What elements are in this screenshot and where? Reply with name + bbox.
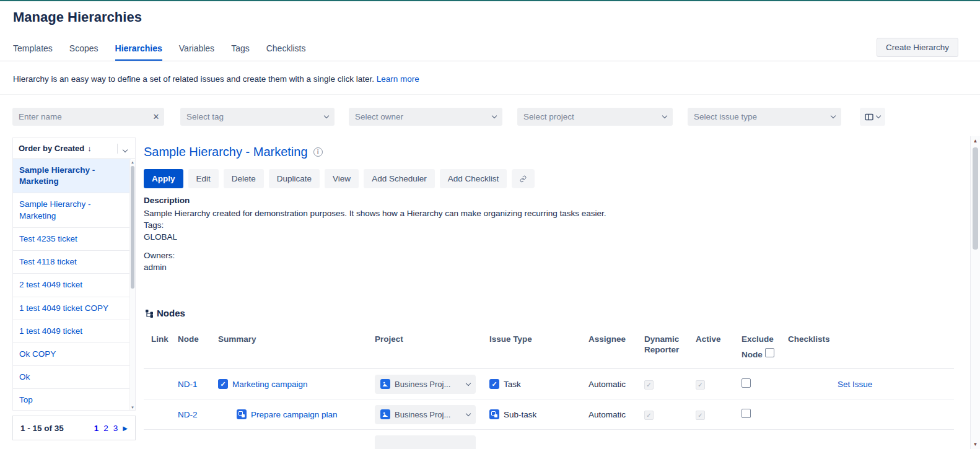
tab-tags[interactable]: Tags	[231, 43, 250, 61]
owner-filter-select[interactable]: Select owner	[349, 108, 502, 126]
subtask-icon	[237, 409, 247, 419]
hierarchy-title: Sample Hierarchy - Marketing	[144, 145, 308, 159]
page-link-3[interactable]: 3	[113, 424, 118, 433]
clear-icon[interactable]: ✕	[148, 112, 164, 121]
description-block: Description Sample Hierarchy created for…	[144, 194, 606, 273]
nodes-table: Link Node Summary Project Issue Type Ass…	[144, 326, 954, 443]
link-icon	[520, 174, 527, 184]
tab-scopes[interactable]: Scopes	[69, 43, 98, 61]
tab-hierarchies[interactable]: Hierarchies	[115, 43, 162, 61]
tab-checklists[interactable]: Checklists	[266, 43, 306, 61]
node-row: ND-1 ✓ Marketing campaign Business Proj.…	[144, 369, 954, 399]
pagination: 1 - 15 of 35 1 2 3 ▶	[12, 416, 136, 440]
col-assignee: Assignee	[588, 334, 644, 344]
chevron-down-icon	[662, 113, 667, 118]
exclude-node-select-all-checkbox[interactable]	[765, 348, 774, 357]
edit-button[interactable]: Edit	[188, 169, 219, 188]
chevron-down-icon	[466, 411, 471, 416]
tab-variables[interactable]: Variables	[179, 43, 214, 61]
exclude-node-checkbox[interactable]	[742, 378, 751, 388]
hierarchy-actions: Apply Edit Delete Duplicate View Add Sch…	[144, 169, 535, 188]
scroll-down-icon[interactable]: ▼	[971, 442, 980, 447]
tag-filter-select[interactable]: Select tag	[180, 108, 335, 126]
col-node: Node	[178, 334, 218, 344]
view-button[interactable]: View	[325, 169, 359, 188]
chevron-down-icon	[492, 113, 497, 118]
scroll-up-icon[interactable]: ▲	[971, 138, 980, 144]
scroll-up-icon[interactable]: ▲	[130, 160, 135, 164]
hierarchy-list-item[interactable]: Top	[13, 389, 131, 411]
hierarchy-list-item[interactable]: 2 test 4049 ticket	[13, 274, 131, 297]
owner-filter-value: Select owner	[355, 112, 492, 121]
project-filter-value: Select project	[523, 112, 663, 121]
view-settings-button[interactable]	[860, 108, 885, 126]
tab-templates[interactable]: Templates	[13, 43, 53, 61]
next-page-icon[interactable]: ▶	[123, 425, 128, 432]
project-avatar-icon	[380, 379, 390, 389]
chevron-down-icon	[123, 147, 128, 152]
active-checkbox: ✓	[696, 411, 705, 420]
name-filter: ✕	[12, 108, 164, 126]
node-row: ND-2 Prepare campaign plan Business Proj…	[144, 399, 954, 430]
col-project: Project	[375, 334, 489, 344]
create-hierarchy-button[interactable]: Create Hierarchy	[877, 38, 958, 57]
copy-link-button[interactable]	[512, 169, 535, 188]
tag-filter-value: Select tag	[186, 112, 325, 121]
chevron-down-icon	[324, 113, 329, 118]
order-by-dropdown-button[interactable]	[121, 144, 129, 154]
project-select[interactable]: Business Proj...	[375, 405, 476, 424]
description-text: Sample Hierarchy created for demonstrati…	[144, 207, 606, 219]
intro-sentence: Hierarchy is an easy way to define a set…	[13, 74, 374, 84]
sort-descending-icon[interactable]: ↓	[87, 144, 92, 153]
nodes-heading-label: Nodes	[157, 308, 185, 318]
info-icon[interactable]: i	[313, 147, 323, 157]
add-checklist-button[interactable]: Add Checklist	[440, 169, 507, 188]
node-key-link[interactable]: ND-1	[178, 380, 198, 389]
nodes-heading: Nodes	[145, 308, 185, 318]
summary-link[interactable]: Marketing campaign	[232, 380, 308, 389]
tab-bar: Templates Scopes Hierarchies Variables T…	[13, 43, 306, 61]
hierarchy-list-item[interactable]: Test 4118 ticket	[13, 251, 131, 274]
set-issue-link[interactable]: Set Issue	[838, 380, 872, 389]
sidebar-scrollbar-thumb[interactable]	[131, 166, 134, 289]
hierarchy-list-item[interactable]: Ok	[13, 366, 131, 389]
hierarchy-icon	[145, 309, 154, 318]
apply-button[interactable]: Apply	[144, 169, 183, 188]
hierarchy-list-panel: Order by Created ↓ Sample Hierarchy - Ma…	[12, 137, 136, 411]
name-filter-input[interactable]	[12, 108, 148, 126]
chevron-down-icon	[831, 113, 836, 118]
hierarchy-list-item[interactable]: 1 test 4049 ticket	[13, 320, 131, 343]
project-select[interactable]: Business Proj...	[375, 375, 476, 394]
page-scrollbar[interactable]: ▲ ▼	[970, 136, 980, 449]
duplicate-button[interactable]: Duplicate	[269, 169, 320, 188]
learn-more-link[interactable]: Learn more	[377, 74, 419, 84]
exclude-node-checkbox[interactable]	[742, 409, 751, 418]
add-scheduler-button[interactable]: Add Scheduler	[364, 169, 435, 188]
sidebar-scrollbar[interactable]: ▲ ▼	[129, 160, 135, 410]
tags-value: GLOBAL	[144, 231, 606, 243]
dynamic-reporter-checkbox: ✓	[644, 380, 654, 390]
delete-button[interactable]: Delete	[224, 169, 264, 188]
hierarchy-list-item[interactable]: Ok COPY	[13, 343, 131, 366]
hierarchy-list-item[interactable]: Sample Hierarchy - Marketing	[13, 159, 131, 193]
issue-type-filter-select[interactable]: Select issue type	[688, 108, 841, 126]
hierarchy-list-item[interactable]: Test 4235 ticket	[13, 228, 131, 251]
page-scrollbar-thumb[interactable]	[973, 147, 978, 250]
col-dynamic-reporter: Dynamic Reporter	[644, 334, 696, 355]
project-select-value: Business Proj...	[395, 410, 462, 419]
col-summary: Summary	[218, 334, 375, 344]
scroll-down-icon[interactable]: ▼	[130, 406, 135, 409]
hierarchy-list-item[interactable]: Sample Hierarchy - Marketing	[13, 193, 131, 227]
page-link-2[interactable]: 2	[103, 424, 108, 433]
hierarchy-list-item[interactable]: 1 test 4049 ticket COPY	[13, 297, 131, 320]
window-top-border	[0, 0, 980, 1]
order-by-header: Order by Created ↓	[13, 138, 135, 159]
project-select[interactable]	[375, 435, 476, 449]
page-title: Manage Hierarchies	[13, 9, 142, 25]
nodes-table-header: Link Node Summary Project Issue Type Ass…	[144, 326, 954, 369]
project-filter-select[interactable]: Select project	[517, 108, 673, 126]
summary-link[interactable]: Prepare campaign plan	[251, 410, 338, 419]
node-key-link[interactable]: ND-2	[178, 410, 198, 419]
page-link-1[interactable]: 1	[94, 424, 99, 433]
col-checklists: Checklists	[788, 334, 954, 344]
